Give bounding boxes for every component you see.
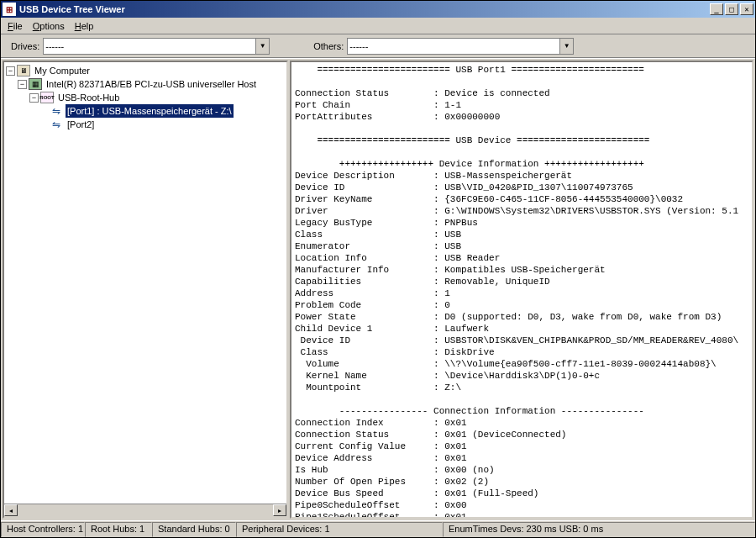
- minimize-button[interactable]: _: [710, 3, 723, 15]
- status-enum-times: EnumTimes Devs: 230 ms USB: 0 ms: [443, 522, 755, 537]
- app-window: ⊞ USB Device Tree Viewer _ □ ✕ File Opti…: [0, 0, 756, 538]
- status-host-controllers: Host Controllers: 1: [1, 522, 85, 537]
- detail-text: ======================== USB Port1 =====…: [295, 65, 738, 519]
- host-controller-icon: ▦: [29, 78, 42, 90]
- chevron-down-icon[interactable]: ▼: [255, 39, 269, 54]
- tree-label: USB-Root-Hub: [56, 91, 121, 104]
- tree-pane[interactable]: − 🖥 My Computer − ▦ Intel(R) 82371AB/EB …: [3, 61, 288, 519]
- status-peripheral-devices: Peripheral Devices: 1: [236, 522, 443, 537]
- others-value: ------: [349, 41, 368, 51]
- tree-node-port1[interactable]: ⇋ [Port1] : USB-Massenspeichergerät - Z:…: [6, 104, 285, 118]
- tree-node-port2[interactable]: ⇋ [Port2]: [6, 118, 285, 131]
- menubar: File Options Help: [1, 18, 755, 34]
- others-combo[interactable]: ------ ▼: [347, 38, 574, 55]
- device-tree[interactable]: − 🖥 My Computer − ▦ Intel(R) 82371AB/EB …: [4, 62, 286, 133]
- window-title: USB Device Tree Viewer: [19, 4, 125, 14]
- tree-label: My Computer: [33, 64, 92, 77]
- scroll-left-icon[interactable]: ◂: [4, 504, 18, 516]
- usb-port-icon: ⇋: [50, 119, 63, 130]
- chevron-down-icon[interactable]: ▼: [559, 39, 573, 54]
- scroll-right-icon[interactable]: ▸: [273, 504, 286, 516]
- collapse-icon[interactable]: −: [6, 66, 15, 76]
- tree-node-host-controller[interactable]: − ▦ Intel(R) 82371AB/EB PCI-zu-USB unive…: [6, 77, 285, 91]
- collapse-icon[interactable]: −: [29, 93, 39, 103]
- content-area: − 🖥 My Computer − ▦ Intel(R) 82371AB/EB …: [1, 58, 755, 520]
- status-standard-hubs: Standard Hubs: 0: [152, 522, 236, 537]
- others-label: Others:: [313, 41, 344, 51]
- collapse-icon[interactable]: −: [18, 80, 27, 89]
- titlebar[interactable]: ⊞ USB Device Tree Viewer _ □ ✕: [1, 1, 755, 18]
- tree-node-root-hub[interactable]: − ROOT USB-Root-Hub: [6, 91, 285, 104]
- tree-node-my-computer[interactable]: − 🖥 My Computer: [6, 64, 285, 77]
- drives-label: Drives:: [11, 41, 39, 51]
- drives-combo[interactable]: ------ ▼: [43, 38, 270, 55]
- menu-file[interactable]: File: [3, 19, 28, 33]
- app-icon: ⊞: [3, 3, 16, 16]
- menu-options[interactable]: Options: [28, 19, 70, 33]
- toolbar: Drives: ------ ▼ Others: ------ ▼: [1, 34, 755, 58]
- tree-label: Intel(R) 82371AB/EB PCI-zu-USB universel…: [45, 77, 258, 91]
- horizontal-scrollbar[interactable]: ◂ ▸: [4, 504, 286, 517]
- tree-label-selected: [Port1] : USB-Massenspeichergerät - Z:\: [66, 104, 234, 118]
- usb-device-icon: ⇋: [50, 105, 63, 117]
- detail-pane[interactable]: ======================== USB Port1 =====…: [290, 61, 753, 519]
- close-button[interactable]: ✕: [740, 3, 753, 15]
- computer-icon: 🖥: [17, 65, 30, 76]
- status-root-hubs: Root Hubs: 1: [85, 522, 152, 537]
- root-hub-icon: ROOT: [40, 92, 54, 103]
- drives-value: ------: [45, 41, 64, 51]
- statusbar: Host Controllers: 1 Root Hubs: 1 Standar…: [1, 520, 755, 537]
- menu-help[interactable]: Help: [70, 19, 99, 33]
- maximize-button[interactable]: □: [725, 3, 738, 15]
- tree-label: [Port2]: [66, 118, 96, 131]
